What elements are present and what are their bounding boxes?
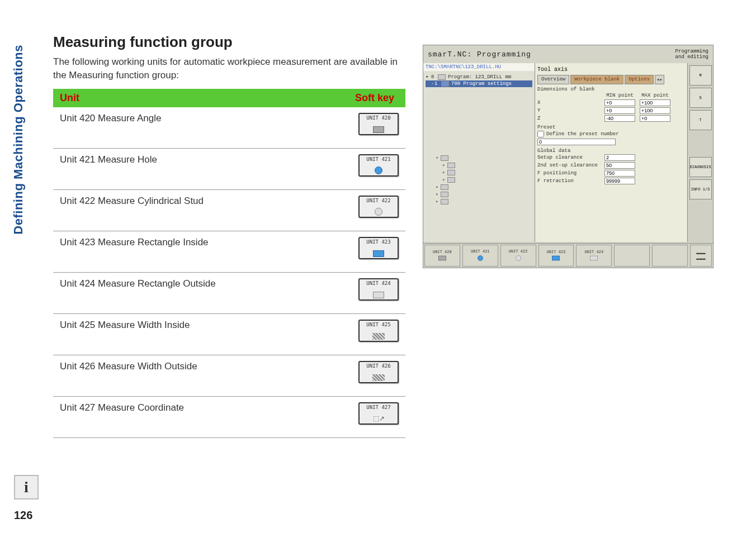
sidebar-btn-t[interactable]: T — [689, 110, 712, 130]
unit-name: Unit 422 Measure Cylindrical Stud — [53, 189, 344, 231]
preset-label: Preset — [537, 125, 711, 130]
x-label: X — [537, 100, 604, 106]
softkey-btn-424[interactable]: UNIT 424 — [576, 245, 612, 266]
tool-axis-label: Tool axis — [537, 66, 568, 74]
collapsed-icon — [447, 163, 455, 168]
rect-inside-icon — [373, 250, 384, 257]
y-label: Y — [537, 108, 604, 113]
file-path: TNC:\SMARTNC\123_DRILL.HU — [423, 63, 535, 71]
angle-icon — [373, 126, 384, 133]
sidebar-btn-m[interactable]: M — [689, 65, 712, 85]
collapsed-icon — [441, 199, 448, 204]
preset-checkbox[interactable] — [537, 131, 544, 137]
softkey-cell: UNIT 424 — [344, 272, 405, 313]
tree-collapsed-row[interactable]: ▿ — [436, 154, 532, 161]
softkey-label: UNIT 426 — [360, 363, 398, 369]
main-content: Measuring function group The following w… — [53, 34, 405, 438]
table-row: Unit 420 Measure Angle UNIT 420 — [53, 107, 405, 149]
tree-row-label: 700 Program settings — [451, 81, 512, 87]
unit-name: Unit 421 Measure Hole — [53, 148, 344, 189]
global-section: Global data Setup clearance 2nd set-up c… — [537, 148, 711, 185]
angle-icon — [438, 256, 446, 260]
tree-collapsed-row[interactable]: ▹ — [436, 198, 532, 205]
screenshot-tree-panel: TNC:\SMARTNC\123_DRILL.HU ▾ 0 Program: 1… — [423, 63, 535, 242]
preset-value-input[interactable] — [537, 139, 616, 145]
x-max-input[interactable] — [640, 99, 670, 106]
rect-outside-icon — [373, 292, 384, 298]
preset-section: Preset Define the preset number — [537, 125, 711, 146]
sidebar-btn-diagnosis[interactable]: DIAGNOSIS — [689, 157, 712, 177]
stud-icon — [516, 255, 521, 261]
tree-collapsed-row[interactable]: ▹ — [436, 161, 532, 169]
unit-name: Unit 424 Measure Rectangle Outside — [53, 272, 344, 313]
right-sidebar: M S T DIAGNOSIS INFO 1/3 — [687, 63, 713, 242]
second-cl-input[interactable] — [604, 162, 635, 169]
program-icon — [438, 74, 446, 80]
global-label: Global data — [537, 148, 711, 154]
coordinate-icon: ⬚↗ — [360, 415, 398, 422]
f-ret-input[interactable] — [604, 178, 635, 184]
screenshot-params-panel: Tool axis Z Overview Workpiece blank Opt… — [535, 63, 713, 242]
sidebar-section-label: Defining Machining Operations — [11, 45, 26, 235]
softkey-cell: UNIT 423 — [344, 231, 405, 272]
y-max-input[interactable] — [640, 107, 670, 114]
softkey-btn-empty[interactable] — [652, 245, 688, 266]
softkey-btn-423[interactable]: UNIT 423 — [538, 245, 574, 266]
table-row: Unit 422 Measure Cylindrical Stud UNIT 4… — [53, 189, 405, 231]
hole-icon — [478, 255, 483, 261]
tab-workpiece[interactable]: Workpiece blank — [570, 75, 623, 84]
tab-options[interactable]: Options — [625, 75, 654, 84]
table-row: Unit 424 Measure Rectangle Outside UNIT … — [53, 272, 405, 313]
softkey-btn-420[interactable]: UNIT 420 — [424, 245, 460, 266]
tab-overview[interactable]: Overview — [537, 75, 569, 84]
tree-collapsed-row[interactable]: ▹ — [436, 169, 532, 176]
f-pos-input[interactable] — [604, 170, 635, 177]
table-row: Unit 421 Measure Hole UNIT 421 — [53, 148, 405, 189]
dim-label: Dimensions of blank — [537, 87, 711, 92]
z-max-input[interactable] — [640, 115, 670, 122]
width-outside-icon — [372, 374, 385, 381]
softkey-icon-420: UNIT 420 — [358, 113, 399, 135]
softkey-bar: UNIT 420 UNIT 421 UNIT 422 UNIT 423 UNIT… — [423, 243, 713, 268]
rect-inside-icon — [552, 256, 560, 260]
header-softkey: Soft key — [344, 89, 405, 107]
tree-collapsed-row[interactable]: ▹ — [436, 183, 532, 191]
sidebar-btn-s[interactable]: S — [689, 88, 712, 108]
z-label: Z — [537, 116, 604, 121]
z-min-input[interactable] — [604, 115, 635, 122]
tree-row-program[interactable]: ▾ 0 Program: 123_DRILL mm — [426, 73, 532, 80]
unit-name: Unit 426 Measure Width Outside — [53, 355, 344, 396]
table-header-row: Unit Soft key — [53, 89, 405, 107]
tree-row-settings[interactable]: · 1 700 Program settings — [426, 80, 532, 87]
settings-icon — [441, 81, 449, 87]
unit-table: Unit Soft key Unit 420 Measure Angle UNI… — [53, 89, 405, 438]
softkey-label: UNIT 424 — [360, 280, 398, 286]
collapsed-icon — [447, 177, 455, 183]
tree-collapsed-row[interactable]: ▹ — [436, 176, 532, 183]
softkey-label: UNIT 422 — [360, 198, 398, 203]
softkey-icon-425: UNIT 425 — [358, 320, 399, 342]
y-min-input[interactable] — [604, 107, 635, 114]
softkey-btn-422[interactable]: UNIT 422 — [500, 245, 536, 266]
tree-row-label: Program: 123_DRILL mm — [448, 74, 511, 80]
tree-collapsed-row[interactable]: ▹ — [436, 191, 532, 198]
softkey-btn-421[interactable]: UNIT 421 — [462, 245, 498, 266]
f-pos-label: F positioning — [537, 170, 604, 176]
page-down-icon: ▬▬▬ — [696, 256, 705, 261]
softkey-cell: UNIT 421 — [344, 148, 405, 189]
setup-cl-input[interactable] — [604, 154, 635, 161]
header-unit: Unit — [53, 89, 344, 107]
table-row: Unit 423 Measure Rectangle Inside UNIT 4… — [53, 231, 405, 272]
mode-line1: Programming — [675, 49, 708, 54]
softkey-btn-paging[interactable]: ▬▬▬ ▬▬▬ — [690, 245, 712, 266]
unit-name: Unit 423 Measure Rectangle Inside — [53, 231, 344, 272]
softkey-label: UNIT 427 — [360, 404, 398, 410]
table-row: Unit 426 Measure Width Outside UNIT 426 — [53, 355, 405, 396]
x-min-input[interactable] — [604, 99, 635, 106]
stud-icon — [375, 208, 382, 216]
info-icon: i — [14, 475, 39, 499]
sidebar-btn-info[interactable]: INFO 1/3 — [689, 179, 712, 199]
tab-scroll[interactable]: ◂▸ — [655, 75, 664, 84]
softkey-btn-empty[interactable] — [614, 245, 650, 266]
softkey-label: UNIT 421 — [360, 156, 398, 162]
